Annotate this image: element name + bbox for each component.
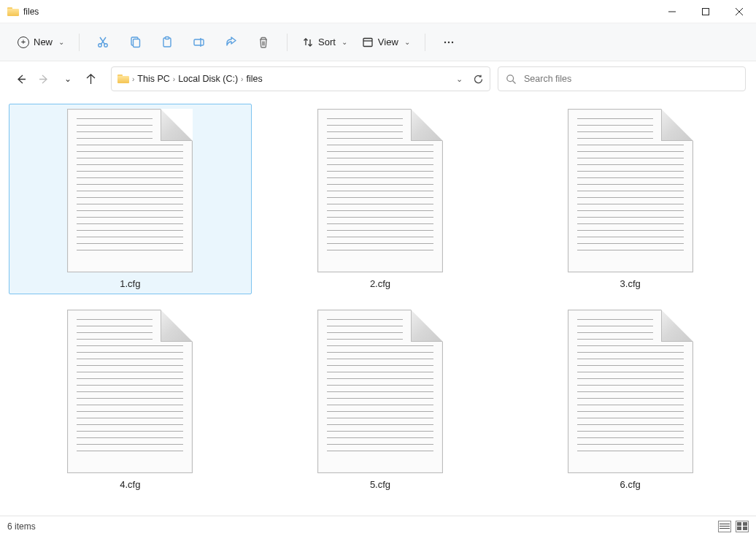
folder-icon bbox=[7, 7, 19, 16]
nav-up-button[interactable] bbox=[80, 69, 101, 89]
new-button[interactable]: + New ⌄ bbox=[12, 29, 70, 55]
file-item[interactable]: 6.cfg bbox=[509, 305, 752, 495]
more-icon bbox=[442, 36, 455, 49]
toolbar-separator bbox=[425, 34, 425, 51]
delete-button[interactable] bbox=[249, 29, 278, 55]
page-fold-icon bbox=[661, 109, 693, 141]
sort-button[interactable]: Sort ⌄ bbox=[296, 29, 353, 55]
status-bar: 6 items bbox=[0, 516, 756, 536]
view-toggles bbox=[718, 521, 749, 532]
file-name: 1.cfg bbox=[120, 278, 140, 289]
breadcrumb-item[interactable]: files bbox=[246, 74, 262, 84]
refresh-icon bbox=[473, 74, 484, 85]
nav-back-button[interactable] bbox=[10, 69, 31, 89]
file-name: 2.cfg bbox=[370, 278, 390, 289]
minimize-icon bbox=[668, 8, 676, 15]
breadcrumb-item[interactable]: Local Disk (C:) bbox=[178, 74, 238, 84]
svg-rect-16 bbox=[363, 38, 372, 46]
breadcrumb-label: This PC bbox=[137, 74, 169, 84]
close-icon bbox=[736, 8, 743, 15]
maximize-icon bbox=[702, 8, 709, 15]
folder-icon bbox=[117, 74, 129, 83]
delete-icon bbox=[257, 36, 270, 49]
address-dropdown-button[interactable]: ⌄ bbox=[456, 74, 463, 84]
page-fold-icon bbox=[161, 109, 193, 141]
svg-point-19 bbox=[448, 41, 450, 42]
file-icon bbox=[568, 109, 693, 272]
svg-point-18 bbox=[444, 41, 446, 42]
svg-rect-1 bbox=[703, 8, 709, 15]
rename-button[interactable] bbox=[185, 29, 214, 55]
view-button[interactable]: View ⌄ bbox=[356, 29, 416, 55]
thumbnails-view-button[interactable] bbox=[736, 521, 749, 532]
paste-button[interactable] bbox=[153, 29, 182, 55]
paste-icon bbox=[161, 36, 174, 49]
svg-rect-11 bbox=[166, 37, 169, 39]
sort-icon bbox=[302, 37, 314, 48]
rename-icon bbox=[193, 36, 206, 49]
arrow-right-icon bbox=[39, 74, 50, 85]
file-item[interactable]: 3.cfg bbox=[509, 104, 752, 294]
arrow-up-icon bbox=[85, 74, 96, 85]
chevron-down-icon: ⌄ bbox=[342, 38, 347, 46]
file-name: 6.cfg bbox=[620, 479, 641, 490]
file-item[interactable]: 1.cfg bbox=[9, 104, 252, 294]
window-controls bbox=[655, 0, 756, 23]
search-bar[interactable] bbox=[498, 66, 746, 91]
view-icon bbox=[362, 37, 374, 48]
toolbar-separator bbox=[79, 34, 80, 51]
sort-label: Sort bbox=[318, 37, 336, 47]
view-label: View bbox=[378, 37, 398, 47]
nav-forward-button[interactable] bbox=[34, 69, 54, 89]
chevron-right-icon: › bbox=[241, 75, 243, 83]
page-fold-icon bbox=[411, 310, 443, 342]
svg-rect-9 bbox=[134, 39, 140, 47]
nav-arrows: ⌄ bbox=[10, 69, 101, 89]
file-grid-area[interactable]: 1.cfg2.cfg3.cfg4.cfg5.cfg6.cfg bbox=[0, 96, 756, 516]
file-grid: 1.cfg2.cfg3.cfg4.cfg5.cfg6.cfg bbox=[9, 104, 752, 495]
cut-icon bbox=[96, 36, 109, 49]
copy-button[interactable] bbox=[120, 29, 150, 55]
breadcrumb-item[interactable]: This PC bbox=[137, 74, 169, 84]
share-icon bbox=[225, 36, 238, 49]
minimize-button[interactable] bbox=[655, 0, 689, 23]
details-view-button[interactable] bbox=[718, 521, 731, 532]
file-icon bbox=[67, 109, 193, 272]
chevron-down-icon: ⌄ bbox=[58, 38, 64, 46]
nav-recent-button[interactable]: ⌄ bbox=[57, 69, 77, 89]
file-item[interactable]: 2.cfg bbox=[259, 104, 502, 294]
file-name: 5.cfg bbox=[370, 479, 390, 490]
file-icon bbox=[67, 310, 193, 473]
svg-line-22 bbox=[513, 80, 516, 83]
chevron-right-icon: › bbox=[173, 75, 175, 83]
more-button[interactable] bbox=[434, 29, 463, 55]
status-text: 6 items bbox=[7, 521, 36, 532]
title-bar: files bbox=[0, 0, 756, 23]
chevron-down-icon: ⌄ bbox=[64, 74, 72, 84]
title-left: files bbox=[0, 7, 39, 17]
file-icon bbox=[317, 109, 443, 272]
share-button[interactable] bbox=[217, 29, 246, 55]
cut-button[interactable] bbox=[88, 29, 117, 55]
window-title: files bbox=[23, 7, 39, 17]
breadcrumb-label: Local Disk (C:) bbox=[178, 74, 238, 84]
new-icon: + bbox=[18, 37, 29, 48]
refresh-button[interactable] bbox=[473, 74, 484, 85]
file-item[interactable]: 5.cfg bbox=[259, 305, 502, 495]
search-icon bbox=[506, 74, 517, 85]
svg-point-21 bbox=[507, 74, 514, 81]
maximize-button[interactable] bbox=[689, 0, 722, 23]
page-fold-icon bbox=[411, 109, 443, 141]
breadcrumb-label: files bbox=[246, 74, 262, 84]
new-label: New bbox=[34, 37, 53, 47]
close-button[interactable] bbox=[722, 0, 756, 23]
svg-point-20 bbox=[452, 41, 453, 42]
file-name: 3.cfg bbox=[620, 278, 641, 289]
search-input[interactable] bbox=[524, 74, 738, 84]
address-bar[interactable]: › This PC › Local Disk (C:) › files ⌄ bbox=[111, 66, 490, 91]
copy-icon bbox=[128, 36, 142, 49]
grid-icon bbox=[737, 522, 741, 526]
nav-bar: ⌄ › This PC › Local Disk (C:) › files ⌄ bbox=[0, 61, 756, 96]
file-item[interactable]: 4.cfg bbox=[9, 305, 252, 495]
file-name: 4.cfg bbox=[120, 479, 140, 490]
